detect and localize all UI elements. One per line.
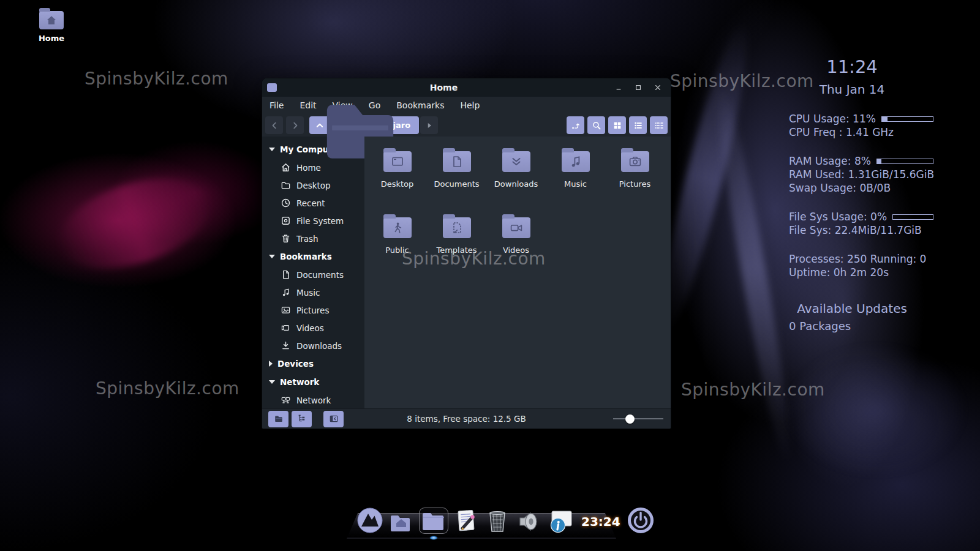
- file-item-documents[interactable]: Documents: [427, 146, 486, 205]
- icon-size-slider[interactable]: [613, 414, 663, 424]
- slider-knob[interactable]: [625, 414, 635, 424]
- videocam-emblem-icon: [509, 220, 524, 235]
- dock-item-text-editor[interactable]: [454, 508, 480, 534]
- titlebar[interactable]: Home: [262, 78, 671, 97]
- running-indicator-dot: [429, 536, 438, 540]
- sidebar-item-label: File System: [296, 216, 344, 226]
- minimize-button[interactable]: [611, 81, 627, 94]
- dock-item-power[interactable]: [627, 507, 654, 534]
- menu-help[interactable]: Help: [460, 100, 480, 110]
- file-item-public[interactable]: Public: [368, 212, 427, 271]
- search-button[interactable]: [587, 116, 605, 134]
- uptime-label: Uptime: 0h 2m 20s: [789, 266, 889, 279]
- toggle-side-pane-button[interactable]: [323, 411, 344, 427]
- ram-usage-label: RAM Usage: 8%: [789, 155, 871, 167]
- file-item-desktop[interactable]: Desktop: [368, 146, 427, 205]
- folder-icon: [443, 217, 471, 238]
- fs-usage-label: File Sys Usage: 0%: [789, 211, 887, 223]
- picture-icon: [281, 305, 291, 315]
- file-icon: [281, 269, 291, 280]
- sidebar-item-recent[interactable]: Recent: [262, 194, 364, 212]
- sidebar-section-label: Network: [280, 377, 319, 387]
- chevron-right-icon: [269, 361, 273, 367]
- sidebar-item-downloads[interactable]: Downloads: [262, 337, 364, 354]
- desktop: Home 11:24 Thu Jan 14 CPU Usage: 11% CPU…: [0, 0, 980, 551]
- file-item-pictures[interactable]: Pictures: [605, 146, 665, 205]
- doc-emblem-icon: [450, 154, 464, 169]
- close-button[interactable]: [650, 81, 666, 94]
- file-manager-window: Home FileEditViewGoBookmarksHelp manjaro: [262, 78, 671, 429]
- sidebar-item-trash[interactable]: Trash: [262, 230, 364, 247]
- dock-item-file-manager[interactable]: [419, 508, 448, 534]
- dock-item-trash[interactable]: [485, 508, 510, 534]
- show-directory-tree-button[interactable]: [292, 411, 312, 427]
- dock-clock: 23:24: [581, 514, 620, 529]
- sidebar-item-videos[interactable]: Videos: [262, 319, 364, 337]
- dock-item-manjaro-launcher[interactable]: [356, 507, 383, 534]
- file-item-label: Music: [564, 179, 587, 189]
- slider-track: [613, 418, 663, 419]
- fs-usage-bar: [892, 214, 933, 220]
- list-view-button[interactable]: [629, 116, 647, 134]
- conky-time: 11:24: [789, 56, 915, 77]
- text-editor-icon: [454, 508, 480, 534]
- sidebar-item-file-system[interactable]: File System: [262, 212, 364, 230]
- file-item-music[interactable]: Music: [546, 146, 605, 205]
- places-folder-icon: [274, 414, 284, 424]
- sidebar-item-pictures[interactable]: Pictures: [262, 301, 364, 319]
- icon-view-icon: [612, 121, 622, 130]
- disk-icon: [281, 216, 291, 226]
- file-pane: DesktopDocumentsDownloadsMusicPicturesPu…: [364, 137, 671, 408]
- swap-usage-label: Swap Usage: 0B/0B: [789, 182, 891, 194]
- folder-icon: [383, 217, 412, 238]
- house-icon: [45, 14, 58, 26]
- download-icon: [281, 340, 291, 351]
- file-item-videos[interactable]: Videos: [486, 212, 546, 271]
- compact-view-button[interactable]: [650, 116, 668, 134]
- ram-used-label: RAM Used: 1.31GiB/15.6GiB: [789, 168, 933, 181]
- maximize-button[interactable]: [630, 81, 646, 94]
- cpu-freq-label: CPU Freq : 1.41 GHz: [789, 126, 894, 138]
- sidebar-item-label: Pictures: [296, 305, 329, 315]
- sidebar-section-label: Devices: [277, 359, 314, 369]
- sidebar-section-network[interactable]: Network: [262, 373, 364, 391]
- sidebar-section-devices[interactable]: Devices: [262, 354, 364, 373]
- file-item-label: Public: [385, 246, 409, 255]
- dock-item-volume[interactable]: [515, 509, 541, 534]
- compact-view-icon: [654, 121, 664, 130]
- icon-view-button[interactable]: [608, 116, 626, 134]
- clock-icon: [281, 198, 291, 208]
- home-folder-icon: [389, 512, 413, 534]
- file-item-templates[interactable]: Templates: [427, 212, 486, 271]
- desktop-icon-home[interactable]: Home: [33, 7, 70, 43]
- cpu-usage-label: CPU Usage: 11%: [789, 113, 876, 125]
- network-icon: [281, 395, 291, 405]
- file-item-downloads[interactable]: Downloads: [486, 146, 546, 205]
- jump-to-path-button[interactable]: [567, 116, 584, 134]
- sidebar-item-documents[interactable]: Documents: [262, 266, 364, 283]
- file-item-label: Templates: [436, 246, 477, 255]
- file-item-label: Downloads: [494, 179, 538, 189]
- sidebar-item-network[interactable]: Network: [262, 391, 364, 408]
- sidebar-item-label: Music: [296, 288, 320, 298]
- dock-item-home-folder[interactable]: [389, 512, 413, 534]
- wallpaper-streak: [784, 343, 968, 478]
- trash-basket-icon: [485, 508, 510, 534]
- conky-date: Thu Jan 14: [789, 82, 915, 97]
- dock-item-system-info[interactable]: [546, 508, 575, 534]
- file-item-label: Pictures: [619, 179, 650, 189]
- sidebar-section-bookmarks[interactable]: Bookmarks: [262, 247, 364, 266]
- sidebar-item-label: Trash: [296, 234, 318, 244]
- window-app-icon: [267, 83, 277, 92]
- list-view-icon: [633, 121, 643, 130]
- updates-count: 0 Packages: [789, 320, 933, 332]
- sidebar-item-label: Recent: [296, 198, 325, 208]
- show-places-button[interactable]: [268, 411, 288, 427]
- minimize-icon: [615, 84, 622, 91]
- note-emblem-icon: [568, 154, 583, 169]
- sidebar-item-music[interactable]: Music: [262, 283, 364, 301]
- sidebar-item-desktop[interactable]: Desktop: [262, 176, 364, 194]
- system-info-icon: [546, 508, 575, 534]
- camera-emblem-icon: [628, 154, 643, 169]
- chevron-down-icon: [269, 380, 275, 384]
